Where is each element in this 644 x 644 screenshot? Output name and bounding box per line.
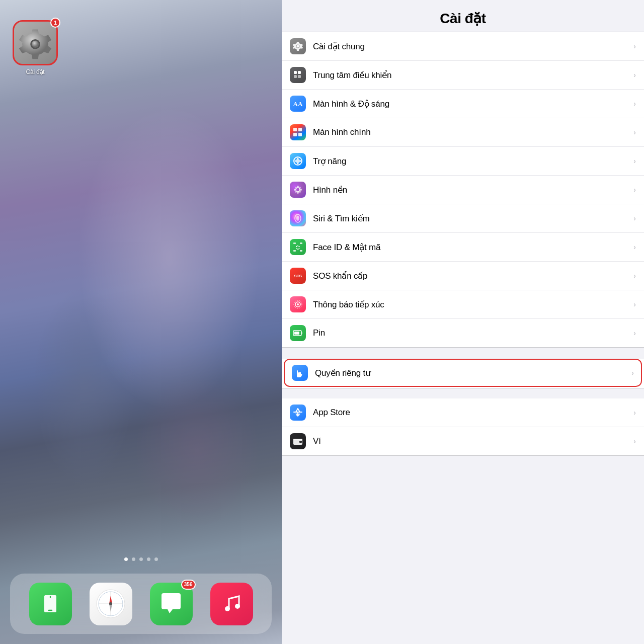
settings-row-vi[interactable]: Ví › xyxy=(282,427,644,455)
svg-rect-20 xyxy=(293,133,297,136)
wallet-icon xyxy=(292,436,303,447)
page-dot-3 xyxy=(139,557,143,561)
chevron-tro-nang: › xyxy=(633,157,636,165)
phone-home-screen: 1 Cài đặt xyxy=(0,0,282,644)
phone-wallpaper xyxy=(0,0,282,644)
settings-row-siri[interactable]: Siri & Tìm kiếm › xyxy=(282,204,644,233)
settings-panel: Cài đặt Cài đặt chung › xyxy=(282,0,644,644)
dock-phone-icon[interactable] xyxy=(29,583,72,625)
row-icon-quyen-rieng-tu xyxy=(292,365,308,381)
row-icon-siri xyxy=(290,210,306,226)
dock-messages-icon[interactable]: 356 xyxy=(150,583,193,625)
row-label-face-id: Face ID & Mật mã xyxy=(313,242,629,253)
phone-icon-svg xyxy=(38,591,63,616)
chevron-cai-dat-chung: › xyxy=(633,42,636,50)
row-icon-tro-nang xyxy=(290,153,306,169)
settings-row-pin[interactable]: Pin › xyxy=(282,319,644,347)
dock: 356 xyxy=(10,574,272,634)
settings-badge: 1 xyxy=(50,18,60,28)
settings-row-face-id[interactable]: Face ID & Mật mã › xyxy=(282,233,644,262)
row-label-tro-nang: Trợ năng xyxy=(313,156,629,167)
gear-icon xyxy=(292,41,303,52)
safari-icon-svg xyxy=(96,589,126,619)
row-icon-hinh-nen xyxy=(290,182,306,198)
svg-rect-40 xyxy=(300,243,302,244)
accessibility-icon xyxy=(292,155,303,167)
settings-row-app-store[interactable]: App Store › xyxy=(282,398,644,427)
svg-rect-50 xyxy=(294,332,299,335)
separator-1 xyxy=(282,348,644,358)
app-grid: 1 Cài đặt xyxy=(10,20,242,75)
svg-point-9 xyxy=(225,606,230,611)
row-label-siri: Siri & Tìm kiếm xyxy=(313,213,629,224)
row-label-vi: Ví xyxy=(313,436,629,446)
chevron-hinh-nen: › xyxy=(633,186,636,194)
page-dot-2 xyxy=(132,557,135,561)
settings-title: Cài đặt xyxy=(292,10,634,27)
chevron-quyen-rieng-tu: › xyxy=(631,369,634,377)
settings-row-cai-dat-chung[interactable]: Cài đặt chung › xyxy=(282,32,644,61)
settings-row-trung-tam[interactable]: Trung tâm điều khiển › xyxy=(282,61,644,90)
settings-row-hinh-nen[interactable]: Hình nền › xyxy=(282,176,644,204)
privacy-hand-icon xyxy=(294,367,305,378)
chevron-siri: › xyxy=(633,214,636,222)
sos-text: SOS xyxy=(294,274,301,278)
svg-point-34 xyxy=(299,187,301,189)
row-icon-sos: SOS xyxy=(290,268,306,284)
svg-point-35 xyxy=(295,191,297,193)
svg-point-26 xyxy=(295,160,296,162)
home-screen-icon xyxy=(292,127,303,138)
dock-safari-icon[interactable] xyxy=(90,583,132,625)
svg-point-24 xyxy=(297,158,299,159)
row-icon-cai-dat-chung xyxy=(290,38,306,54)
battery-icon xyxy=(292,328,303,339)
row-label-app-store: App Store xyxy=(313,408,629,418)
separator-2 xyxy=(282,388,644,398)
svg-rect-42 xyxy=(300,250,302,252)
svg-rect-41 xyxy=(293,250,296,252)
row-icon-app-store xyxy=(290,405,306,421)
messages-badge: 356 xyxy=(181,580,196,590)
settings-row-man-hinh-chinh[interactable]: Màn hình chính › xyxy=(282,118,644,147)
svg-point-12 xyxy=(297,45,299,48)
settings-row-tro-nang[interactable]: Trợ năng › xyxy=(282,147,644,176)
svg-rect-19 xyxy=(298,128,302,131)
svg-point-31 xyxy=(294,189,296,191)
chevron-man-hinh: › xyxy=(633,100,636,108)
settings-label: Cài đặt xyxy=(26,68,45,75)
app-icon-settings[interactable]: 1 xyxy=(13,20,58,65)
app-icon-settings-wrap[interactable]: 1 Cài đặt xyxy=(10,20,60,75)
svg-text:AA: AA xyxy=(293,100,303,108)
dock-music-icon[interactable] xyxy=(210,583,253,625)
svg-point-8 xyxy=(109,602,112,605)
chevron-sos: › xyxy=(633,272,636,280)
svg-rect-21 xyxy=(298,133,302,136)
svg-rect-55 xyxy=(293,439,302,440)
svg-point-25 xyxy=(297,163,299,165)
settings-row-thong-bao[interactable]: Thông báo tiếp xúc › xyxy=(282,290,644,319)
settings-header: Cài đặt xyxy=(282,0,644,32)
row-label-thong-bao: Thông báo tiếp xúc xyxy=(313,299,629,310)
settings-row-man-hinh[interactable]: AA Màn hình & Độ sáng › xyxy=(282,90,644,118)
settings-row-quyen-rieng-tu[interactable]: Quyền riêng tư › xyxy=(284,359,642,387)
control-center-icon xyxy=(292,69,303,80)
settings-list: Cài đặt chung › Trung tâm điều khiển › xyxy=(282,32,644,644)
page-dot-4 xyxy=(147,557,150,561)
settings-row-sos[interactable]: SOS SOS khẩn cấp › xyxy=(282,262,644,290)
svg-point-23 xyxy=(296,159,300,163)
svg-rect-18 xyxy=(293,128,297,131)
row-icon-vi xyxy=(290,433,306,449)
svg-point-33 xyxy=(295,187,297,189)
page-dot-5 xyxy=(154,557,158,561)
settings-gear-svg xyxy=(18,25,53,60)
contact-tracing-icon xyxy=(292,299,303,310)
settings-group-apps: App Store › Ví › xyxy=(282,398,644,456)
row-label-pin: Pin xyxy=(313,328,629,338)
page-dot-1 xyxy=(124,557,128,561)
svg-point-10 xyxy=(235,604,240,609)
wallpaper-icon xyxy=(292,184,303,195)
svg-rect-51 xyxy=(301,332,302,334)
row-icon-thong-bao xyxy=(290,296,306,312)
face-id-icon xyxy=(292,242,303,253)
chevron-man-hinh-chinh: › xyxy=(633,128,636,136)
